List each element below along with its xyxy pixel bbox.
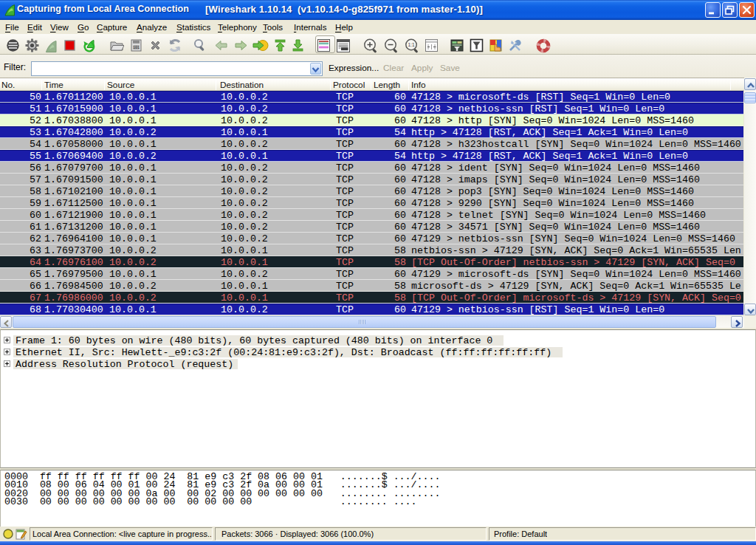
svg-text:101: 101 — [133, 46, 140, 50]
svg-text:1:1: 1:1 — [408, 42, 414, 47]
